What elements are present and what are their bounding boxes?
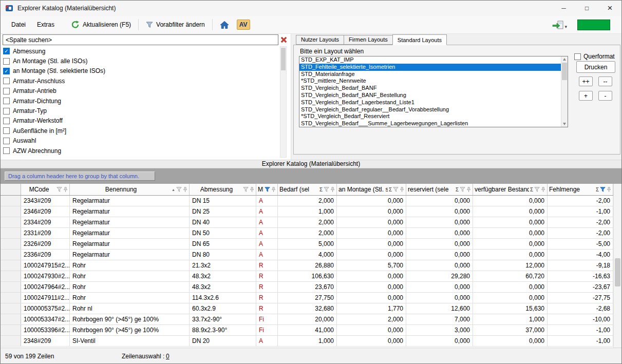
cell-mcode[interactable]: 1000053347#2... xyxy=(21,314,70,324)
column-checkbox-item[interactable]: An Montage (Stl. alle ISOs) xyxy=(1,56,279,66)
cell-fehlmenge[interactable]: -2,00 xyxy=(548,217,613,227)
table-row[interactable]: 1000247915#2...Rohr21.3x2R26,8805,7000,0… xyxy=(1,260,621,271)
menu-datei[interactable]: Datei xyxy=(6,19,31,30)
cell-bedarf[interactable]: 20,000 xyxy=(278,314,337,324)
row-indicator[interactable] xyxy=(1,282,21,292)
cell-mk[interactable]: R xyxy=(256,271,278,281)
cell-benennung[interactable]: Regelarmatur xyxy=(70,196,190,206)
menu-extras[interactable]: Extras xyxy=(31,19,60,30)
cell-benennung[interactable]: Rohrbogen 90° (>45°) ge 100% xyxy=(70,325,190,335)
cell-benennung[interactable]: Regelarmatur xyxy=(70,239,190,249)
pin-icon[interactable] xyxy=(466,187,471,193)
layout-list-item[interactable]: STD_Materialanfrage xyxy=(299,71,561,78)
table-row[interactable]: 2343#209RegelarmaturDN 15A2,0000,0000,00… xyxy=(1,196,621,206)
scrollbar-thumb[interactable] xyxy=(615,258,620,286)
layout-list-item[interactable]: STD_Vergleich_Bedarf___Summe_Lagerbewegu… xyxy=(299,120,561,127)
cell-bedarf[interactable]: 2,000 xyxy=(278,217,337,227)
cell-verfuegbarer_bestand[interactable]: 0,000 xyxy=(473,250,548,260)
cell-benennung[interactable]: Rohrbogen 90° (>45°) ge 100% xyxy=(70,314,190,324)
cell-an_montage[interactable]: 0,000 xyxy=(337,282,406,292)
column-header-an_montage[interactable]: an Montage (Stl. sΣ xyxy=(337,184,406,195)
pin-icon[interactable] xyxy=(63,187,68,193)
cell-mcode[interactable]: 1000247911#2... xyxy=(21,293,70,303)
table-row[interactable]: 2336#209RegelarmaturDN 80A4,0000,0000,00… xyxy=(1,250,621,260)
table-row[interactable]: 2331#209RegelarmaturDN 50A2,0000,0000,00… xyxy=(1,228,621,239)
cell-an_montage[interactable]: 0,000 xyxy=(337,293,406,303)
tab-firmen-layouts[interactable]: Firmen Layouts xyxy=(344,35,393,45)
cell-benennung[interactable]: Regelarmatur xyxy=(70,250,190,260)
cell-mk[interactable]: A xyxy=(256,196,278,206)
cell-verfuegbarer_bestand[interactable]: 0,000 xyxy=(473,206,548,217)
cell-mcode[interactable]: 1000005375#2... xyxy=(21,303,70,314)
pin-icon[interactable] xyxy=(250,187,254,193)
cell-verfuegbarer_bestand[interactable]: 0,000 xyxy=(473,239,548,249)
filter-icon[interactable] xyxy=(460,187,465,192)
cell-benennung[interactable]: Regelarmatur xyxy=(70,206,190,217)
filter-icon[interactable] xyxy=(393,187,399,192)
cell-bedarf[interactable]: 4,000 xyxy=(278,250,337,260)
cell-mcode[interactable]: 2348#209 xyxy=(21,336,70,346)
filter-icon[interactable] xyxy=(324,187,329,192)
sum-icon[interactable]: Σ xyxy=(530,187,533,193)
cell-verfuegbarer_bestand[interactable]: 15,630 xyxy=(473,303,548,314)
cell-reserviert[interactable]: 0,000 xyxy=(406,239,473,249)
layout-list-item[interactable]: STD_EXP_KAT_IMP xyxy=(299,56,561,64)
cell-abmessung[interactable]: 21.3x2 xyxy=(190,260,256,271)
layout-list-item[interactable]: STD_Vergleich_Bedarf_Lagerbestand_Liste1 xyxy=(299,99,561,106)
table-row[interactable]: 1000053347#2...Rohrbogen 90° (>45°) ge 1… xyxy=(1,314,621,325)
table-row[interactable]: 1000053396#2...Rohrbogen 90° (>45°) ge 1… xyxy=(1,325,621,336)
tab-nutzer-layouts[interactable]: Nutzer Layouts xyxy=(296,35,344,45)
row-indicator[interactable] xyxy=(1,206,21,217)
cell-mk[interactable]: R xyxy=(256,282,278,292)
cell-mcode[interactable]: 1000247964#2... xyxy=(21,282,70,292)
cell-fehlmenge[interactable]: -16,63 xyxy=(548,271,613,281)
cell-verfuegbarer_bestand[interactable]: 0,000 xyxy=(473,217,548,227)
pin-icon[interactable] xyxy=(183,187,187,193)
sum-icon[interactable]: Σ xyxy=(319,187,323,193)
cell-reserviert[interactable]: 0,000 xyxy=(406,217,473,227)
cell-abmessung[interactable]: 48.3x2 xyxy=(190,271,256,281)
scrollbar-thumb[interactable] xyxy=(562,63,567,80)
row-indicator[interactable] xyxy=(1,314,21,324)
cell-an_montage[interactable]: 0,000 xyxy=(337,228,406,238)
cell-mk[interactable]: A xyxy=(256,250,278,260)
layout-list-item[interactable]: *STD_Vergleich_Bedarf_Reserviert xyxy=(299,113,561,120)
cell-fehlmenge[interactable]: -1,00 xyxy=(548,206,613,217)
cell-an_montage[interactable]: 0,000 xyxy=(337,250,406,260)
cell-abmessung[interactable]: DN 80 xyxy=(190,250,256,260)
maximize-button[interactable]: □ xyxy=(575,1,598,16)
cell-reserviert[interactable]: 0,000 xyxy=(406,282,473,292)
pin-icon[interactable] xyxy=(607,187,611,193)
scroll-down-icon[interactable] xyxy=(563,123,566,125)
zoom-minus-button[interactable]: - xyxy=(598,91,612,101)
pin-icon[interactable] xyxy=(541,187,545,193)
cell-reserviert[interactable]: 3,000 xyxy=(406,325,473,335)
av-badge[interactable]: AV xyxy=(237,20,250,30)
cell-mcode[interactable]: 2326#209 xyxy=(21,239,70,249)
clear-search-button[interactable] xyxy=(279,35,288,44)
cell-bedarf[interactable]: 2,000 xyxy=(278,228,337,238)
cell-mk[interactable]: Fi xyxy=(256,325,278,335)
cell-mk[interactable]: A xyxy=(256,228,278,238)
row-indicator[interactable] xyxy=(1,260,21,271)
cell-abmessung[interactable]: DN 40 xyxy=(190,217,256,227)
column-checkbox-item[interactable]: Armatur-Anschluss xyxy=(1,76,279,86)
table-row[interactable]: 2346#209RegelarmaturDN 25A1,0000,0000,00… xyxy=(1,206,621,217)
cell-fehlmenge[interactable]: -5,00 xyxy=(548,239,613,249)
column-checkbox-item[interactable]: AZW Abrechnung xyxy=(1,146,279,156)
cell-reserviert[interactable]: 0,000 xyxy=(406,206,473,217)
column-header-mcode[interactable]: MCode xyxy=(21,184,70,195)
cell-mcode[interactable]: 2336#209 xyxy=(21,250,70,260)
minimize-button[interactable]: ─ xyxy=(552,1,575,16)
cell-mk[interactable]: A xyxy=(256,217,278,227)
cell-reserviert[interactable]: 0,000 xyxy=(406,196,473,206)
table-row[interactable]: 2348#209SI-VentilDN 20A1,0000,0000,0000,… xyxy=(1,336,621,347)
cell-an_montage[interactable]: 0,000 xyxy=(337,196,406,206)
cell-benennung[interactable]: Rohr nl xyxy=(70,303,190,314)
cell-mk[interactable]: A xyxy=(256,336,278,346)
cell-abmessung[interactable]: DN 20 xyxy=(190,336,256,346)
cell-verfuegbarer_bestand[interactable]: 0,000 xyxy=(473,228,548,238)
close-button[interactable]: × xyxy=(598,1,621,16)
column-checkbox-item[interactable]: Armatur-Werkstoff xyxy=(1,116,279,126)
pin-icon[interactable] xyxy=(271,187,276,193)
